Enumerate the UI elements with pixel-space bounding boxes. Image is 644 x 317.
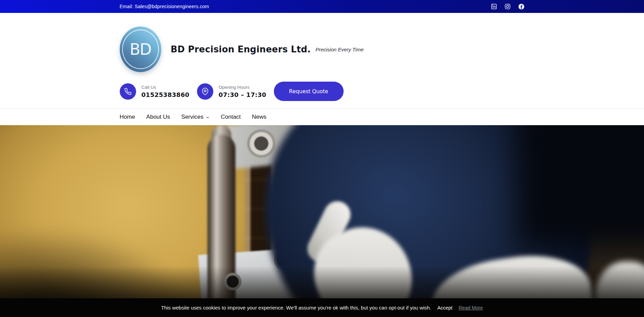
- hero-image: [0, 125, 644, 317]
- nav-item-news[interactable]: News: [252, 114, 267, 120]
- contact-strip: Call Us 01525383860 Opening Hours 07:30 …: [120, 82, 525, 109]
- chevron-down-icon: [206, 116, 210, 119]
- facebook-icon[interactable]: [518, 3, 525, 10]
- cookie-consent-bar: This website uses cookies to improve you…: [0, 298, 644, 317]
- email-link[interactable]: Email: Sales@bdprecisionengineers.com: [120, 4, 209, 9]
- opening-hours-label: Opening Hours: [219, 85, 266, 90]
- company-name: BD Precision Engineers Ltd.: [171, 44, 311, 54]
- cookie-accept-button[interactable]: Accept: [437, 305, 452, 311]
- nav-item-about-us[interactable]: About Us: [146, 114, 170, 120]
- hero-dark-corner: [517, 125, 644, 248]
- social-links: [491, 3, 525, 10]
- hero-machined-hole: [246, 128, 277, 159]
- cookie-read-more-link[interactable]: Read More: [459, 305, 483, 311]
- nav-item-home[interactable]: Home: [120, 114, 135, 120]
- logo-monogram: BD: [130, 40, 151, 59]
- topbar: Email: Sales@bdprecisionengineers.com: [0, 0, 644, 13]
- cookie-message: This website uses cookies to improve you…: [161, 305, 431, 311]
- opening-hours-item: Opening Hours 07:30 – 17:30: [197, 83, 266, 100]
- site-logo[interactable]: BD: [120, 27, 161, 72]
- linkedin-icon[interactable]: [491, 3, 497, 10]
- company-tagline: Precision Every Time: [315, 47, 364, 52]
- main-nav: Home About Us Services Contact News: [0, 109, 644, 125]
- page: Email: Sales@bdprecisionengineers.com: [0, 0, 644, 317]
- phone-number[interactable]: 01525383860: [142, 91, 189, 98]
- location-pin-icon: [197, 83, 213, 100]
- call-us-label: Call Us: [142, 85, 189, 90]
- site-header: BD BD Precision Engineers Ltd. Precision…: [0, 27, 644, 109]
- request-quote-button[interactable]: Request Quote: [274, 82, 344, 101]
- instagram-icon[interactable]: [505, 3, 511, 10]
- opening-hours-value: 07:30 – 17:30: [219, 91, 266, 98]
- phone-icon: [120, 83, 136, 100]
- nav-item-services[interactable]: Services: [181, 114, 210, 120]
- call-us-item: Call Us 01525383860: [120, 83, 189, 100]
- nav-item-contact[interactable]: Contact: [221, 114, 241, 120]
